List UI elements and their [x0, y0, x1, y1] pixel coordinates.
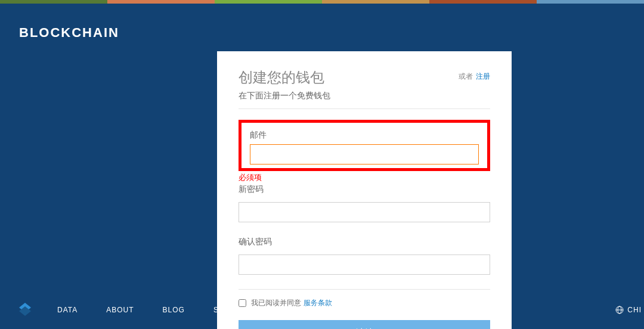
password-label: 新密码 — [239, 184, 490, 195]
language-selector[interactable]: CHI — [615, 306, 644, 314]
signup-card: 创建您的钱包 或者 注册 在下面注册一个免费钱包 邮件 必须项 新密码 确认密码… — [217, 51, 512, 329]
language-label: CHI — [627, 306, 642, 314]
divider — [239, 289, 490, 290]
form-title: 创建您的钱包 — [239, 68, 324, 87]
email-error: 必须项 — [239, 172, 490, 183]
footer-link-about[interactable]: ABOUT — [106, 306, 134, 314]
alt-signup-link[interactable]: 注册 — [476, 72, 490, 80]
confirm-password-field: 确认密码 — [239, 237, 490, 275]
email-highlight-annotation: 邮件 — [239, 120, 490, 171]
page-background: BLOCKCHAIN 创建您的钱包 或者 注册 在下面注册一个免费钱包 邮件 必… — [0, 4, 644, 329]
globe-icon — [615, 306, 624, 314]
email-input[interactable] — [250, 144, 479, 164]
continue-button[interactable]: 继续 — [239, 320, 490, 329]
confirm-password-label: 确认密码 — [239, 237, 490, 247]
divider — [239, 108, 490, 109]
footer-link-data[interactable]: DATA — [57, 306, 78, 314]
brand-logo: BLOCKCHAIN — [19, 25, 119, 41]
form-subtitle: 在下面注册一个免费钱包 — [239, 91, 490, 101]
password-input[interactable] — [239, 202, 490, 222]
footer-link-support[interactable]: SUPPORT — [213, 306, 252, 314]
footer-logo-icon — [17, 302, 33, 318]
alt-action: 或者 注册 — [459, 72, 490, 82]
footer-link-blog[interactable]: BLOG — [163, 306, 185, 314]
confirm-password-input[interactable] — [239, 254, 490, 275]
password-field: 新密码 — [239, 184, 490, 222]
email-label: 邮件 — [250, 130, 479, 141]
footer-nav: DATA ABOUT BLOG SUPPORT CHI — [17, 302, 644, 318]
alt-prefix: 或者 — [459, 72, 473, 80]
